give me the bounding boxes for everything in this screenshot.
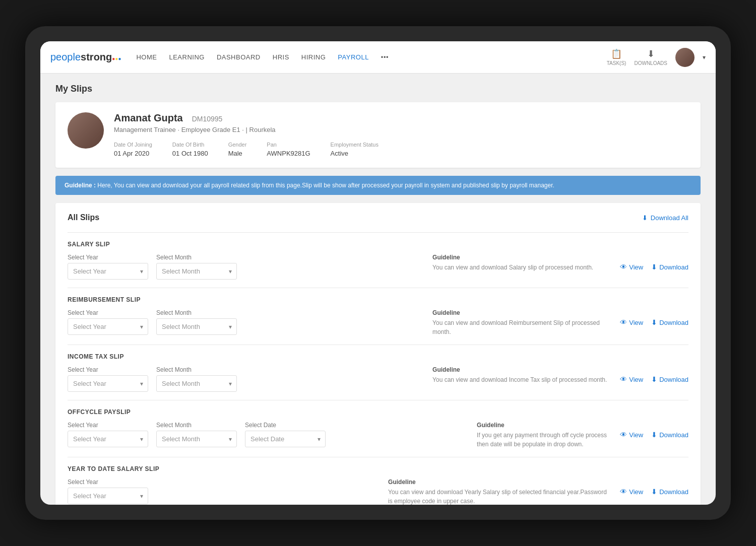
nav-links: HOME LEARNING DASHBOARD HRIS HIRING PAYR… <box>136 53 606 61</box>
dob-label: Date Of Birth <box>172 142 208 148</box>
profile-subtitle: Management Trainee · Employee Grade E1 ·… <box>114 126 688 133</box>
income-tax-year-select[interactable]: Select Year <box>68 375 148 392</box>
offcycle-year-select[interactable]: Select Year <box>68 431 148 447</box>
salary-slip-title: SALARY SLIP <box>68 241 688 248</box>
salary-year-select-wrapper: Select Year <box>68 263 148 280</box>
ytd-view-button[interactable]: 👁 View <box>620 488 643 496</box>
income-tax-slip-actions: 👁 View ⬇ Download <box>620 375 688 383</box>
offcycle-month-select[interactable]: Select Month <box>156 431 237 447</box>
nav-dashboard[interactable]: DASHBOARD <box>217 53 261 61</box>
reimbursement-slip-title: REIMBURSEMENT SLIP <box>68 296 688 303</box>
salary-download-button[interactable]: ⬇ Download <box>651 263 688 271</box>
income-tax-month-select[interactable]: Select Month <box>156 375 237 392</box>
ytd-salary-slip-actions: 👁 View ⬇ Download <box>620 488 688 496</box>
income-tax-year-label: Select Year <box>68 366 148 373</box>
gender-label: Gender <box>228 142 247 148</box>
ytd-download-button[interactable]: ⬇ Download <box>651 488 688 496</box>
income-tax-slip-section: INCOME TAX SLIP Select Year Select Year <box>68 345 688 400</box>
tasks-label: TASK(S) <box>607 60 626 66</box>
ytd-view-icon: 👁 <box>620 488 627 496</box>
reimbursement-view-label: View <box>629 319 643 326</box>
ytd-download-label: Download <box>659 488 688 496</box>
offcycle-view-label: View <box>629 431 643 439</box>
reimbursement-slip-controls: Select Year Select Year Select Month <box>68 309 688 336</box>
profile-card: Amanat Gupta DM10995 Management Trainee … <box>55 102 701 168</box>
guideline-prefix: Guideline : <box>65 182 96 189</box>
doj-detail: Date Of Joining 01 Apr 2020 <box>114 142 152 158</box>
guideline-text: Here, You can view and download your all… <box>97 182 554 189</box>
pan-label: Pan <box>267 142 310 148</box>
nav-payroll[interactable]: PAYROLL <box>338 53 369 61</box>
profile-info: Amanat Gupta DM10995 Management Trainee … <box>114 112 688 158</box>
slips-header: All Slips ⬇ Download All <box>68 213 688 222</box>
reimbursement-view-button[interactable]: 👁 View <box>620 318 643 326</box>
avatar[interactable] <box>675 48 695 67</box>
downloads-nav-item[interactable]: ⬇ DOWNLOADS <box>634 48 667 66</box>
ytd-download-icon: ⬇ <box>651 488 657 496</box>
downloads-icon: ⬇ <box>647 48 655 59</box>
salary-view-label: View <box>629 263 643 271</box>
reimbursement-year-select[interactable]: Select Year <box>68 318 148 335</box>
income-tax-year-select-wrapper: Select Year <box>68 375 148 392</box>
reimbursement-download-label: Download <box>659 319 688 326</box>
profile-details: Date Of Joining 01 Apr 2020 Date Of Birt… <box>114 142 688 158</box>
reimbursement-guideline: Guideline You can view and download Reim… <box>432 309 612 336</box>
salary-year-group: Select Year Select Year <box>68 254 148 280</box>
offcycle-slip-section: OFFCYCLE PAYSLIP Select Year Select Year <box>68 400 688 457</box>
salary-guideline-desc: You can view and download Salary slip of… <box>432 263 612 272</box>
nav-hris[interactable]: HRIS <box>273 53 289 61</box>
offcycle-view-button[interactable]: 👁 View <box>620 431 643 439</box>
offcycle-download-label: Download <box>659 431 688 439</box>
avatar-chevron-icon[interactable]: ▾ <box>703 54 706 61</box>
nav-learning[interactable]: LEARNING <box>169 53 204 61</box>
offcycle-download-button[interactable]: ⬇ Download <box>651 431 688 439</box>
nav-right: 📋 TASK(S) ⬇ DOWNLOADS ▾ <box>607 48 706 67</box>
offcycle-year-group: Select Year Select Year <box>68 422 148 447</box>
nav-hiring[interactable]: HIRING <box>301 53 326 61</box>
slips-section: All Slips ⬇ Download All SALARY SLIP Sel… <box>55 203 701 505</box>
reimbursement-view-icon: 👁 <box>620 318 627 326</box>
gender-value: Male <box>228 150 242 157</box>
income-tax-view-icon: 👁 <box>620 375 627 383</box>
reimbursement-download-button[interactable]: ⬇ Download <box>651 318 688 326</box>
tasks-icon: 📋 <box>611 48 622 59</box>
income-tax-month-group: Select Month Select Month <box>156 366 237 392</box>
salary-year-select[interactable]: Select Year <box>68 263 148 280</box>
income-tax-download-button[interactable]: ⬇ Download <box>651 375 688 383</box>
profile-name: Amanat Gupta <box>114 112 183 124</box>
emp-status-value: Active <box>331 150 348 157</box>
ytd-year-select[interactable]: Select Year <box>68 488 148 504</box>
download-all-button[interactable]: ⬇ Download All <box>642 214 688 222</box>
salary-month-group: Select Month Select Month <box>156 254 237 280</box>
salary-download-label: Download <box>659 263 688 271</box>
offcycle-date-select-wrapper: Select Date <box>245 431 326 447</box>
reimbursement-download-icon: ⬇ <box>651 318 657 326</box>
reimbursement-month-select-wrapper: Select Month <box>156 318 237 335</box>
income-tax-guideline-desc: You can view and download Income Tax sli… <box>432 375 612 384</box>
offcycle-year-label: Select Year <box>68 422 148 429</box>
dob-detail: Date Of Birth 01 Oct 1980 <box>172 142 208 158</box>
income-tax-slip-controls: Select Year Select Year Select Month <box>68 366 688 392</box>
salary-slip-actions: 👁 View ⬇ Download <box>620 263 688 271</box>
salary-month-select-wrapper: Select Month <box>156 263 237 280</box>
offcycle-month-group: Select Month Select Month <box>156 422 237 447</box>
nav-more[interactable]: ••• <box>381 53 389 61</box>
offcycle-date-select[interactable]: Select Date <box>245 431 326 447</box>
income-tax-view-button[interactable]: 👁 View <box>620 375 643 383</box>
offcycle-view-icon: 👁 <box>620 431 627 439</box>
offcycle-year-select-wrapper: Select Year <box>68 431 148 447</box>
salary-month-select[interactable]: Select Month <box>156 263 237 280</box>
salary-view-button[interactable]: 👁 View <box>620 263 643 271</box>
nav-home[interactable]: HOME <box>136 53 157 61</box>
tasks-nav-item[interactable]: 📋 TASK(S) <box>607 48 626 66</box>
emp-status-detail: Employment Status Active <box>331 142 379 158</box>
reimbursement-slip-actions: 👁 View ⬇ Download <box>620 318 688 326</box>
income-tax-year-group: Select Year Select Year <box>68 366 148 392</box>
offcycle-slip-actions: 👁 View ⬇ Download <box>620 431 688 439</box>
offcycle-month-select-wrapper: Select Month <box>156 431 237 447</box>
ytd-salary-slip-controls: Select Year Select Year Guideline You ca… <box>68 479 688 505</box>
reimbursement-month-select[interactable]: Select Month <box>156 318 237 335</box>
slips-title: All Slips <box>68 213 99 222</box>
download-all-icon: ⬇ <box>642 214 648 222</box>
offcycle-guideline-label: Guideline <box>477 422 612 429</box>
